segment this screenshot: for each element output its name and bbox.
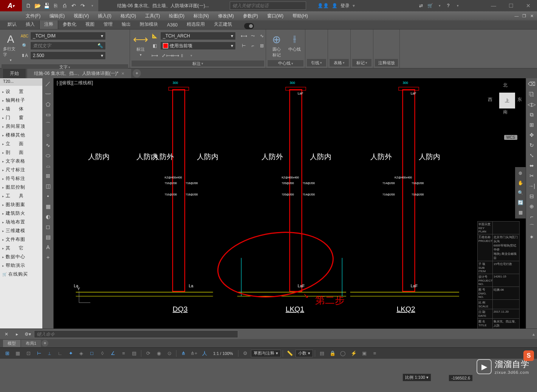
menu-edit[interactable]: 编辑(E) — [45, 12, 69, 20]
lp-elev[interactable]: 立 面 — [1, 139, 42, 148]
dim-tol-icon[interactable]: ⊞ — [258, 42, 266, 50]
cart-icon[interactable]: 🛒 — [426, 2, 434, 10]
rtab-insert[interactable]: 插入 — [21, 20, 39, 29]
sb-isolate-icon[interactable]: ◯ — [338, 349, 348, 358]
dim-baseline-icon[interactable]: ⫴ — [178, 51, 186, 60]
sb-cycle-icon[interactable]: ⟳ — [143, 349, 153, 358]
sb-quickprops-icon[interactable]: ▤ — [317, 349, 327, 358]
cmd-expand-icon[interactable]: ▴ — [532, 332, 535, 337]
polygon-icon[interactable]: ⬠ — [43, 99, 53, 109]
tab-start[interactable]: 开始 — [3, 69, 26, 78]
rtab-default[interactable]: 默认 — [3, 20, 21, 29]
sb-units-icon[interactable]: 📏 — [285, 349, 295, 358]
text-abc-icon[interactable]: ABC — [20, 32, 29, 40]
menu-param[interactable]: 参数(P) — [238, 12, 263, 20]
search-input[interactable] — [230, 2, 306, 10]
erase-icon[interactable]: ⌫ — [527, 79, 537, 89]
redo-icon[interactable]: ↷ — [79, 2, 87, 10]
saveas-icon[interactable]: ⎘ — [51, 2, 60, 10]
break-icon[interactable]: ⊟ — [527, 191, 537, 201]
lp-3d[interactable]: 三维建模 — [1, 226, 42, 235]
drawing-canvas[interactable]: [-][俯视][二维线框] 北 南 东 西 上 WCS ⊛ ✋ 🔍 🔄 ▦ — [54, 78, 526, 328]
viewport-label[interactable]: [-][俯视][二维线框] — [57, 80, 93, 86]
text-height-select[interactable]: 2.500▾ — [30, 51, 106, 60]
dim-break-icon[interactable]: ⤳ — [249, 32, 257, 40]
rtab-view[interactable]: 视图 — [81, 20, 99, 29]
rtab-manage[interactable]: 管理 — [99, 20, 117, 29]
rtab-a360[interactable]: A360 — [162, 21, 182, 29]
mtext2-icon[interactable]: A — [43, 242, 53, 252]
app-logo[interactable]: A▾ — [0, 0, 22, 11]
add-layout-button[interactable]: + — [42, 340, 48, 347]
region-icon[interactable]: ◻ — [43, 222, 53, 232]
line-icon[interactable]: ／ — [43, 79, 53, 89]
sogou-ime-icon[interactable]: S — [523, 350, 534, 361]
ribbon-toggle[interactable] — [244, 23, 254, 29]
explode-icon[interactable]: ✶ — [527, 232, 537, 242]
mirror-icon[interactable]: ◁▷ — [527, 99, 537, 109]
panel-title-scale[interactable]: 注释缩放 — [375, 59, 398, 67]
sb-lock-icon[interactable]: 🔒 — [328, 349, 337, 358]
sb-ws-icon[interactable]: ⚙ — [240, 349, 250, 358]
rtab-output[interactable]: 输出 — [117, 20, 135, 29]
lp-door[interactable]: 门 窗 — [1, 113, 42, 122]
menu-modify[interactable]: 修改(M) — [214, 12, 238, 20]
rtab-annotate[interactable]: 注释 — [39, 19, 58, 29]
mdi-restore-icon[interactable]: ❐ — [521, 13, 527, 19]
sb-clean-icon[interactable]: ▣ — [359, 349, 369, 358]
close-button[interactable]: ✕ — [520, 0, 537, 11]
dim-continue-icon[interactable]: ⟼⟼ — [169, 51, 177, 60]
save-icon[interactable]: 💾 — [42, 2, 51, 10]
sb-units[interactable]: 小数▾ — [296, 350, 313, 357]
tab-layout1[interactable]: 布局1 — [21, 340, 41, 347]
dim-linear-icon[interactable]: ⟼ — [150, 51, 159, 60]
wcs-label[interactable]: WCS — [504, 135, 517, 140]
dim-style-icon[interactable]: 📐 — [150, 32, 159, 40]
navwheel-icon[interactable]: ⊛ — [516, 169, 525, 178]
tab-drawing[interactable]: 结施-06 集水坑、挡...、人防墙体详图(一)*✕ — [27, 69, 131, 78]
mdi-minimize-icon[interactable]: ― — [514, 13, 520, 19]
table-icon[interactable]: ▤ — [43, 232, 53, 242]
minimize-button[interactable]: ― — [485, 0, 502, 11]
cart-more[interactable] — [435, 2, 443, 10]
rotate-icon[interactable]: ↻ — [527, 140, 537, 150]
hatch-icon[interactable]: ▦ — [43, 201, 53, 211]
panel-title-table[interactable]: 表格 — [330, 59, 349, 67]
viewcube[interactable]: 北 南 东 西 上 — [488, 81, 522, 115]
sb-custom-icon[interactable]: ≡ — [370, 349, 380, 358]
rect-icon[interactable]: ▭ — [43, 110, 53, 119]
sb-iso-icon[interactable]: ◈ — [76, 349, 86, 358]
print-icon[interactable]: ⎙ — [60, 2, 69, 10]
sb-trans-icon[interactable]: ▨ — [129, 349, 139, 358]
sb-3dosnap-icon[interactable]: ◊ — [97, 349, 107, 358]
add-tab-button[interactable]: + — [133, 69, 141, 77]
menu-view[interactable]: 视图(V) — [69, 12, 93, 20]
sb-snap-icon[interactable]: ⊡ — [23, 349, 33, 358]
sb-polar-icon[interactable]: ✦ — [66, 349, 76, 358]
open-icon[interactable]: 📂 — [33, 2, 42, 10]
fillet-icon[interactable]: ⌒ — [527, 222, 537, 232]
menu-dim[interactable]: 标注(N) — [189, 12, 214, 20]
lp-other[interactable]: 其 它 — [1, 244, 42, 253]
dim-button[interactable]: ⟷ 标注 ▾ — [132, 32, 149, 58]
cmd-recent-icon[interactable]: ▸ — [13, 330, 21, 338]
sb-dyn-icon[interactable]: ⟂ — [45, 349, 54, 358]
command-input[interactable] — [34, 330, 238, 338]
copy-icon[interactable]: ⿻ — [527, 89, 537, 99]
orbit-icon[interactable]: 🔄 — [516, 198, 525, 207]
lp-data[interactable]: 数据中心 — [1, 253, 42, 261]
spline-icon[interactable]: ∿ — [43, 140, 53, 150]
lp-dim[interactable]: 尺寸标注 — [1, 166, 42, 174]
menu-help[interactable]: 帮助(H) — [288, 12, 313, 20]
dim-style-select[interactable]: _TCH_ARCH▾ — [160, 32, 236, 40]
pline-icon[interactable]: 〰 — [43, 89, 53, 99]
lp-layer[interactable]: 图层控制 — [1, 183, 42, 192]
sb-2d-icon[interactable]: ⊙ — [164, 349, 174, 358]
scale-icon[interactable]: ⤡ — [527, 150, 537, 160]
mdi-close-icon[interactable]: ✕ — [529, 13, 535, 19]
menu-insert[interactable]: 插入(I) — [93, 12, 116, 20]
lp-fire[interactable]: 建筑防火 — [1, 209, 42, 218]
showmotion-icon[interactable]: ▦ — [516, 208, 525, 217]
user-icon[interactable]: 👤 — [332, 3, 337, 8]
nav-south[interactable]: 南 — [503, 109, 508, 115]
